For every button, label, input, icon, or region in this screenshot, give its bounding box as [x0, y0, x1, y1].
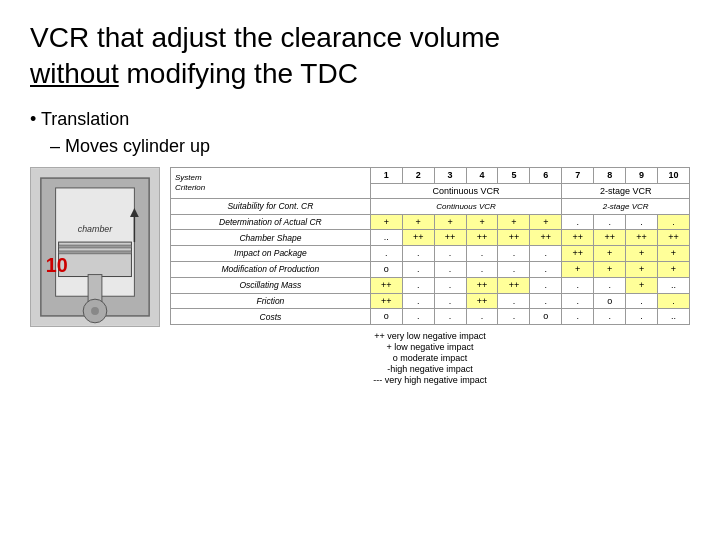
- cell-r4-c2: .: [434, 261, 466, 277]
- cell-r5-c9: ..: [658, 277, 690, 293]
- cell-r5-c8: +: [626, 277, 658, 293]
- legend-item: --- very high negative impact: [170, 375, 690, 385]
- cell-r4-c1: .: [402, 261, 434, 277]
- cell-r3-c3: .: [466, 246, 498, 262]
- cell-r7-c7: .: [594, 309, 626, 325]
- cell-r4-c5: .: [530, 261, 562, 277]
- cell-r3-c4: .: [498, 246, 530, 262]
- cell-r4-c0: o: [370, 261, 402, 277]
- cell-r1-c3: +: [466, 214, 498, 230]
- cell-r6-c6: .: [562, 293, 594, 309]
- cell-r1-c5: +: [530, 214, 562, 230]
- cell-r1-c2: +: [434, 214, 466, 230]
- cell-r1-c6: .: [562, 214, 594, 230]
- cell-r6-c0: ++: [370, 293, 402, 309]
- col-4: 4: [466, 167, 498, 183]
- cell-r6-c8: .: [626, 293, 658, 309]
- cell-r6-c5: .: [530, 293, 562, 309]
- cell-r2-c5: ++: [530, 230, 562, 246]
- cell-r5-c0: ++: [370, 277, 402, 293]
- row-header-1: Determination of Actual CR: [171, 214, 371, 230]
- cell-r2-c4: ++: [498, 230, 530, 246]
- legend-item: + low negative impact: [170, 342, 690, 352]
- cell-r7-c6: .: [562, 309, 594, 325]
- sub-bullet-moves: – Moves cylinder up: [50, 136, 690, 157]
- row-header-0: Suitability for Cont. CR: [171, 199, 371, 214]
- cell-r6-c1: .: [402, 293, 434, 309]
- row-header-5: Oscillating Mass: [171, 277, 371, 293]
- cell-r2-c1: ++: [402, 230, 434, 246]
- col-1: 1: [370, 167, 402, 183]
- cell-r5-c6: .: [562, 277, 594, 293]
- cell-r7-c4: .: [498, 309, 530, 325]
- cell-r1-c8: .: [626, 214, 658, 230]
- cell-r2-c7: ++: [594, 230, 626, 246]
- legend: ++ very low negative impact+ low negativ…: [170, 331, 690, 385]
- cell-r5-c1: .: [402, 277, 434, 293]
- row-header-6: Friction: [171, 293, 371, 309]
- cell-r2-c6: ++: [562, 230, 594, 246]
- cell-r3-c5: .: [530, 246, 562, 262]
- legend-item: o moderate impact: [170, 353, 690, 363]
- row-header-3: Impact on Package: [171, 246, 371, 262]
- system-criterion-header: SystemCriterion: [171, 167, 371, 199]
- cell-r1-c9: .: [658, 214, 690, 230]
- row-header-4: Modification of Production: [171, 261, 371, 277]
- svg-point-8: [91, 307, 99, 315]
- col-5: 5: [498, 167, 530, 183]
- cell-r5-c3: ++: [466, 277, 498, 293]
- cell-r3-c6: ++: [562, 246, 594, 262]
- col-6: 6: [530, 167, 562, 183]
- row-header-2: Chamber Shape: [171, 230, 371, 246]
- cell-r5-c2: .: [434, 277, 466, 293]
- cell-r7-c9: ..: [658, 309, 690, 325]
- legend-item: ++ very low negative impact: [170, 331, 690, 341]
- 2stage-vcr-header: 2-stage VCR: [562, 183, 690, 199]
- cell-r6-c7: o: [594, 293, 626, 309]
- cell-r6-c4: .: [498, 293, 530, 309]
- cell-r1-c1: +: [402, 214, 434, 230]
- cell-r3-c8: +: [626, 246, 658, 262]
- continuous-vcr-header: Continuous VCR: [370, 183, 561, 199]
- suitability-2stage: 2-stage VCR: [562, 199, 690, 214]
- col-8: 8: [594, 167, 626, 183]
- svg-text:10: 10: [46, 253, 68, 275]
- cell-r6-c2: .: [434, 293, 466, 309]
- cell-r7-c0: o: [370, 309, 402, 325]
- cell-r7-c5: o: [530, 309, 562, 325]
- cell-r2-c2: ++: [434, 230, 466, 246]
- cell-r0-c0: Continuous VCR: [370, 199, 561, 214]
- cell-r3-c0: .: [370, 246, 402, 262]
- cell-r4-c3: .: [466, 261, 498, 277]
- cell-r3-c1: .: [402, 246, 434, 262]
- svg-text:chamber: chamber: [78, 224, 114, 234]
- col-3: 3: [434, 167, 466, 183]
- cell-r4-c6: +: [562, 261, 594, 277]
- cell-r7-c2: .: [434, 309, 466, 325]
- cell-r4-c4: .: [498, 261, 530, 277]
- cell-r7-c1: .: [402, 309, 434, 325]
- cell-r4-c8: +: [626, 261, 658, 277]
- cell-r2-c9: ++: [658, 230, 690, 246]
- cell-r6-c3: ++: [466, 293, 498, 309]
- col-9: 9: [626, 167, 658, 183]
- cell-r4-c7: +: [594, 261, 626, 277]
- comparison-table: SystemCriterion 1 2 3 4 5 6 7 8 9 10 Con…: [170, 167, 690, 386]
- cell-r2-c0: ..: [370, 230, 402, 246]
- col-7: 7: [562, 167, 594, 183]
- svg-rect-4: [59, 245, 132, 248]
- col-2: 2: [402, 167, 434, 183]
- cell-r7-c8: .: [626, 309, 658, 325]
- cell-r2-c8: ++: [626, 230, 658, 246]
- cell-r5-c5: .: [530, 277, 562, 293]
- cell-r3-c2: .: [434, 246, 466, 262]
- content-row: chamber 10 SystemCriterion 1 2 3 4: [30, 167, 690, 386]
- cell-r5-c7: .: [594, 277, 626, 293]
- cell-r7-c3: .: [466, 309, 498, 325]
- cell-r3-c9: +: [658, 246, 690, 262]
- cell-r1-c7: .: [594, 214, 626, 230]
- cell-r6-c9: .: [658, 293, 690, 309]
- svg-rect-5: [59, 251, 132, 254]
- row-header-7: Costs: [171, 309, 371, 325]
- cell-r1-c4: +: [498, 214, 530, 230]
